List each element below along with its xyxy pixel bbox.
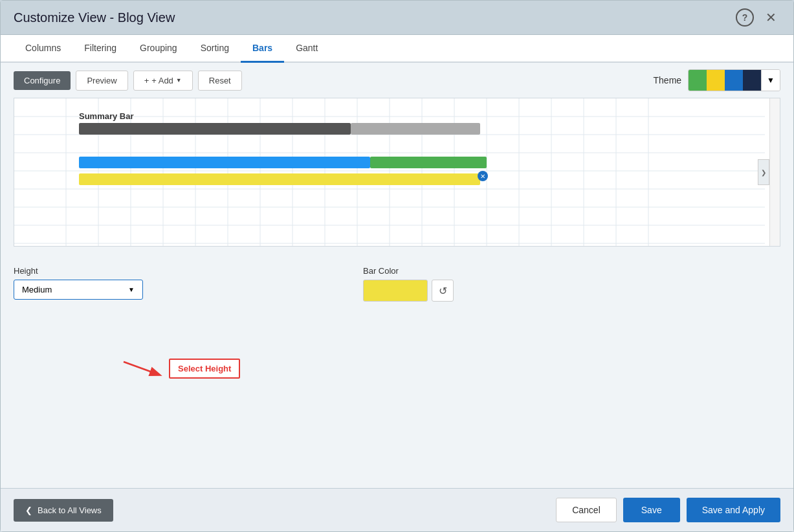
header-icons: ? ✕ — [736, 8, 780, 27]
summary-bar-light — [351, 123, 480, 135]
summary-bar-dark — [79, 123, 351, 135]
summary-bar-label: Summary Bar — [79, 111, 134, 121]
tab-bar: Columns Filtering Grouping Sorting Bars … — [1, 35, 793, 63]
tab-sorting[interactable]: Sorting — [189, 35, 241, 63]
help-button[interactable]: ? — [736, 8, 754, 27]
bar-yellow — [79, 173, 480, 185]
reset-color-icon: ↺ — [439, 285, 447, 297]
theme-section: Theme ▼ — [654, 69, 780, 91]
tab-bars[interactable]: Bars — [241, 35, 284, 63]
bar-blue — [79, 157, 370, 168]
height-section: Height Medium ▼ — [14, 266, 143, 300]
save-button[interactable]: Save — [623, 498, 680, 522]
configure-button[interactable]: Configure — [14, 71, 71, 90]
cancel-button[interactable]: Cancel — [556, 498, 617, 522]
modal-title: Customize View - Blog View — [14, 10, 175, 25]
tab-filtering[interactable]: Filtering — [72, 35, 128, 63]
bar-color-section: Bar Color ↺ — [363, 266, 454, 302]
bar-green — [370, 157, 487, 168]
theme-color-picker[interactable]: ▼ — [688, 69, 780, 91]
svg-line-28 — [124, 362, 159, 375]
theme-color-green[interactable] — [689, 70, 707, 91]
chevron-down-icon: ▼ — [767, 76, 775, 85]
chevron-left-icon: ❮ — [25, 505, 32, 515]
tab-columns[interactable]: Columns — [14, 35, 72, 63]
toolbar: Configure Preview + + Add ▼ Reset Theme … — [1, 63, 793, 98]
close-icon: ✕ — [766, 10, 777, 25]
back-to-all-views-button[interactable]: ❮ Back to All Views — [14, 499, 113, 522]
annotation: Select Height — [117, 355, 240, 381]
theme-color-dark[interactable] — [743, 70, 761, 91]
color-reset-button[interactable]: ↺ — [432, 280, 454, 302]
chevron-right-icon: ❯ — [761, 169, 766, 176]
bar-color-controls: ↺ — [363, 280, 454, 302]
theme-dropdown-button[interactable]: ▼ — [761, 70, 780, 91]
bar-color-swatch[interactable] — [363, 280, 428, 302]
height-dropdown[interactable]: Medium ▼ — [14, 280, 143, 300]
vertical-scrollbar[interactable] — [769, 98, 780, 246]
configure-section: Height Medium ▼ Bar Color ↺ — [14, 260, 780, 389]
plus-icon: + — [144, 76, 149, 85]
save-and-apply-button[interactable]: Save and Apply — [687, 498, 780, 522]
scroll-right-arrow[interactable]: ❯ — [758, 159, 769, 185]
close-button[interactable]: ✕ — [762, 8, 780, 27]
height-label: Height — [14, 266, 143, 276]
theme-label: Theme — [654, 75, 682, 85]
tab-grouping[interactable]: Grouping — [128, 35, 189, 63]
annotation-arrow-svg — [117, 355, 169, 381]
preview-area: // Grid cells rendered inline — [14, 98, 780, 247]
customize-view-modal: Customize View - Blog View ? ✕ Columns F… — [0, 0, 794, 532]
chevron-down-icon: ▼ — [128, 286, 135, 293]
annotation-label: Select Height — [169, 359, 240, 379]
question-icon: ? — [742, 12, 748, 23]
preview-button[interactable]: Preview — [76, 71, 127, 91]
theme-color-yellow[interactable] — [707, 70, 725, 91]
theme-color-blue[interactable] — [725, 70, 743, 91]
main-content: // Grid cells rendered inline — [1, 98, 793, 488]
add-button[interactable]: + + Add ▼ — [133, 71, 193, 91]
bar-color-label: Bar Color — [363, 266, 454, 276]
reset-button[interactable]: Reset — [198, 71, 242, 91]
bar-close-button[interactable]: ✕ — [478, 171, 488, 181]
tab-gantt[interactable]: Gantt — [284, 35, 329, 63]
modal-footer: ❮ Back to All Views Cancel Save Save and… — [1, 488, 793, 531]
chevron-down-icon: ▼ — [176, 77, 182, 83]
modal-header: Customize View - Blog View ? ✕ — [1, 1, 793, 35]
footer-right: Cancel Save Save and Apply — [556, 498, 780, 522]
